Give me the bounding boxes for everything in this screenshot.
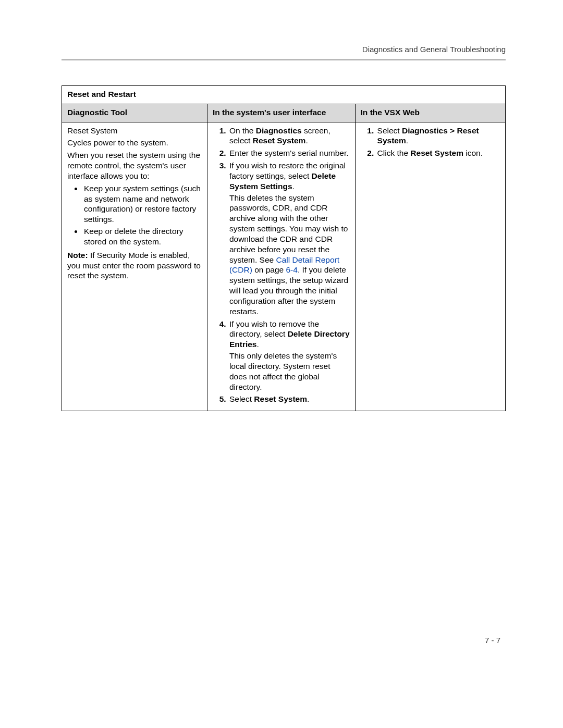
table-title: Reset and Restart — [62, 86, 506, 104]
page: Diagnostics and General Troubleshooting … — [0, 0, 563, 728]
list-item: Keep your system settings (such as syste… — [83, 183, 202, 225]
table-title-row: Reset and Restart — [62, 86, 506, 104]
table-header-row: Diagnostic Tool In the system's user int… — [62, 104, 506, 122]
intro-text: When you reset the system using the remo… — [67, 150, 202, 181]
web-steps: Select Diagnostics > Reset System. Click… — [361, 126, 500, 158]
list-item: On the Diagnostics screen, select Reset … — [228, 126, 350, 146]
reset-system-heading: Reset System — [67, 126, 202, 136]
cycles-power-text: Cycles power to the system. — [67, 138, 202, 148]
list-item: Keep or delete the directory stored on t… — [83, 226, 202, 247]
reset-restart-table: Reset and Restart Diagnostic Tool In the… — [62, 85, 506, 411]
cell-diagnostic-tool: Reset System Cycles power to the system.… — [62, 122, 207, 411]
list-item: Select Reset System. — [228, 394, 350, 404]
list-item: Click the Reset System icon. — [376, 148, 500, 158]
page-header: Diagnostics and General Troubleshooting — [62, 45, 506, 54]
step4-subtext: This only deletes the system's local dir… — [229, 351, 350, 392]
col-header-user-interface: In the system's user interface — [207, 104, 355, 122]
page-ref-link[interactable]: 6-4 — [286, 265, 297, 274]
step3-subtext: This deletes the system passwords, CDR, … — [229, 193, 350, 317]
ui-steps: On the Diagnostics screen, select Reset … — [213, 126, 350, 405]
options-list: Keep your system settings (such as syste… — [67, 183, 202, 247]
cell-vsx-web: Select Diagnostics > Reset System. Click… — [355, 122, 505, 411]
security-note: Note: If Security Mode is enabled, you m… — [67, 250, 202, 281]
page-number: 7 - 7 — [485, 636, 500, 645]
list-item: If you wish to restore the original fact… — [228, 161, 350, 316]
list-item: If you wish to remove the directory, sel… — [228, 319, 350, 392]
table-body-row: Reset System Cycles power to the system.… — [62, 122, 506, 411]
col-header-diagnostic-tool: Diagnostic Tool — [62, 104, 207, 122]
cell-user-interface: On the Diagnostics screen, select Reset … — [207, 122, 355, 411]
col-header-vsx-web: In the VSX Web — [355, 104, 505, 122]
list-item: Enter the system's serial number. — [228, 148, 350, 158]
list-item: Select Diagnostics > Reset System. — [376, 126, 500, 146]
note-label: Note: — [67, 251, 88, 260]
header-rule — [62, 59, 506, 60]
